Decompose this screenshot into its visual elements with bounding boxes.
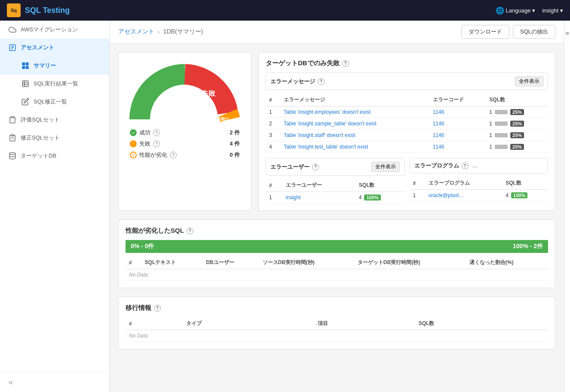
sidebar-item-label: SQL実行結果一覧: [34, 80, 78, 88]
chevron-down-icon: ▾: [532, 7, 535, 14]
success-icon: ✓: [130, 129, 137, 136]
error-programs-table: # エラープログラム SQL数 1 oracle@pisot... 4 100%: [410, 177, 549, 201]
col-sql-count: SQL数: [355, 179, 405, 192]
col-program: エラープログラム: [425, 177, 502, 190]
sidebar-collapse-button[interactable]: «: [0, 372, 109, 392]
migration-help-icon[interactable]: ?: [154, 305, 161, 312]
sidebar-item-aws-migration[interactable]: AWSマイグレーション: [0, 21, 109, 39]
breadcrumb-current: 1DB(サマリー): [163, 28, 203, 36]
target-db-card: ターゲットDBでのみ失敗 ? エラーメッセージ ? 全件表示 #: [258, 52, 555, 211]
failure-count: 4 件: [230, 140, 240, 148]
cell-message[interactable]: Table 'insight.sample_table' doesn't exi…: [280, 118, 429, 130]
cell-count: 1: [489, 144, 492, 150]
cell-message[interactable]: Table 'insight.test_table' doesn't exist: [280, 141, 429, 153]
cell-message[interactable]: Table 'insight.employees' doesn't exist: [280, 106, 429, 118]
svg-rect-7: [26, 66, 29, 69]
error-users-show-all[interactable]: 全件表示: [371, 162, 400, 172]
header-right: 🌐 Language ▾ insight ▾: [496, 6, 563, 15]
failure-help-icon[interactable]: ?: [153, 140, 160, 147]
top-header: Sq SQL Testing 🌐 Language ▾ insight ▾: [0, 0, 570, 21]
col-sql-text: SQLテキスト: [141, 256, 203, 269]
perf-help-icon[interactable]: ?: [187, 228, 193, 234]
success-label: 成功: [139, 129, 150, 137]
main-layout: AWSマイグレーション アセスメント: [0, 21, 570, 392]
edit-icon: [21, 98, 29, 106]
sql-extract-button[interactable]: SQLの抽出: [513, 25, 555, 39]
error-users-header: エラーユーザー ? 全件表示: [266, 158, 405, 176]
col-num: #: [266, 179, 282, 192]
sidebar-item-assessment[interactable]: アセスメント: [0, 39, 109, 57]
sidebar-item-label: 評価SQLセット: [21, 116, 60, 124]
svg-rect-12: [11, 117, 14, 118]
logo-icon: Sq: [7, 3, 21, 17]
perf-label: 性能が劣化: [139, 151, 167, 159]
clipboard-icon: [9, 116, 16, 124]
table-row: 4 Table 'insight.test_table' doesn't exi…: [266, 141, 548, 153]
col-type: タイプ: [183, 317, 314, 330]
db-icon: [9, 152, 16, 160]
cell-message[interactable]: Table 'insight.staff' doesn't exist: [280, 130, 429, 141]
error-programs-card: エラープログラム ? ... # エラープログラム SQL数: [410, 158, 549, 204]
gauge-chart: 成功 失敗 性能が...: [129, 64, 241, 124]
right-collapse-button[interactable]: »: [564, 21, 570, 392]
gauge-legend: ✓ 成功 ? 2 件 ! 失敗 ?: [126, 124, 244, 159]
chevron-right-icon: »: [565, 29, 569, 37]
insight-menu[interactable]: insight ▾: [542, 7, 563, 14]
perf-table: # SQLテキスト DBユーザー ソースDB実行時間(秒) ターゲットDB実行時…: [126, 256, 548, 281]
success-help-icon[interactable]: ?: [153, 129, 160, 136]
sidebar-item-fix-sql[interactable]: 修正SQLセット: [0, 129, 109, 147]
svg-rect-6: [22, 66, 25, 69]
sidebar-item-eval-sql[interactable]: 評価SQLセット: [0, 111, 109, 129]
col-sql-count: SQL数: [486, 94, 548, 106]
grid-icon: [21, 62, 29, 70]
target-db-help-icon[interactable]: ?: [342, 60, 349, 67]
error-users-card: エラーユーザー ? 全件表示 # エラーユーザー: [266, 158, 405, 204]
cell-code: 1146: [429, 130, 486, 141]
cell-num: 4: [266, 141, 280, 153]
mini-progress-bar: [495, 133, 508, 137]
error-messages-table: # エラーメッセージ エラーコード SQL数 1 Table 'insight.…: [266, 94, 548, 153]
migration-no-data-row: No Data: [126, 330, 548, 342]
col-num: #: [410, 177, 425, 190]
failure-label: 失敗: [139, 140, 150, 148]
cell-count: 4: [506, 192, 509, 198]
sidebar-item-target-db[interactable]: ターゲットDB: [0, 147, 109, 165]
sidebar-item-summary[interactable]: サマリー: [0, 57, 109, 75]
perf-bar-header: 0% - 0件 100% - 2件: [126, 240, 548, 253]
perf-bar-left: 0% - 0件: [131, 243, 154, 250]
perf-help-icon[interactable]: ?: [170, 152, 177, 158]
error-users-help-icon[interactable]: ?: [312, 164, 319, 170]
migration-table: # タイプ 項目 SQL数 No Data: [126, 317, 548, 342]
perf-no-data-row: No Data: [126, 269, 548, 281]
download-button[interactable]: ダウンロード: [461, 25, 509, 39]
language-button[interactable]: 🌐 Language ▾: [496, 6, 536, 15]
table-row: 1 Table 'insight.employees' doesn't exis…: [266, 106, 548, 118]
globe-icon: 🌐: [496, 6, 504, 15]
cell-program[interactable]: oracle@pisot...: [425, 190, 502, 201]
cell-num: 1: [410, 190, 425, 201]
col-num: #: [126, 317, 183, 330]
svg-rect-8: [22, 81, 28, 87]
logo-area: Sq SQL Testing: [7, 3, 70, 17]
cell-code: 1146: [429, 118, 486, 130]
cell-count: 1: [489, 121, 492, 127]
col-message: エラーメッセージ: [280, 94, 429, 106]
target-db-title: ターゲットDBでのみ失敗 ?: [266, 59, 548, 67]
error-messages-help-icon[interactable]: ?: [318, 78, 325, 85]
error-users-table: # エラーユーザー SQL数 1 insight 4 100%: [266, 179, 405, 204]
col-num: #: [126, 256, 141, 269]
cell-count: 1: [489, 132, 492, 138]
cell-count-pct: 1 25%: [486, 106, 548, 118]
sidebar-item-sql-fix[interactable]: SQL修正一覧: [0, 93, 109, 111]
sidebar-item-sql-results[interactable]: SQL実行結果一覧: [0, 75, 109, 93]
table-row: 3 Table 'insight.staff' doesn't exist 11…: [266, 130, 548, 141]
breadcrumb-assessment-link[interactable]: アセスメント: [118, 28, 154, 36]
error-programs-header: エラープログラム ? ...: [410, 158, 549, 173]
cell-user[interactable]: insight: [282, 192, 355, 204]
pct-badge: 25%: [510, 109, 524, 115]
legend-success-row: ✓ 成功 ? 2 件: [130, 129, 240, 137]
error-programs-help-icon[interactable]: ?: [462, 162, 469, 169]
error-messages-show-all[interactable]: 全件表示: [515, 76, 543, 86]
cell-count-pct: 4 100%: [355, 192, 405, 204]
cell-num: 2: [266, 118, 280, 130]
